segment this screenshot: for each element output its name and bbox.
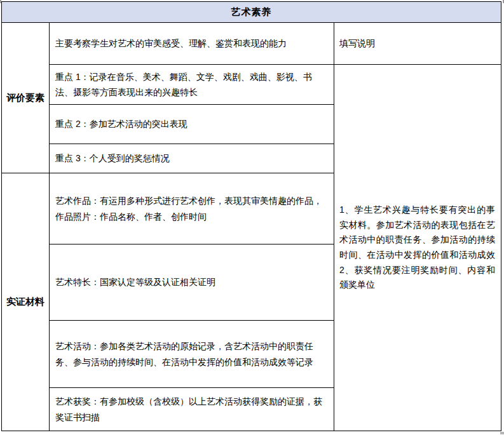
section-label-evaluation-elements: 评价要素 (2, 23, 49, 173)
art-literacy-table: 艺术素养 评价要素 实证材料 主要考察学生对艺术的审美感受、理解、鉴赏和表现的能… (1, 1, 501, 431)
cell-focus-1: 重点 1：记录在音乐、美术、舞蹈、文学、戏剧、戏曲、影视、书法、摄影等方面表现出… (50, 65, 334, 105)
cell-art-awards: 艺术获奖：有参加校级（含校级）以上艺术活动获得奖励的证据，获奖证书扫描 (50, 388, 334, 431)
column-notes: 填写说明 1、学生艺术兴趣与特长要有突出的事实材料。参加艺术活动的表现包括在艺术… (334, 23, 501, 431)
column-section-labels: 评价要素 实证材料 (2, 23, 50, 431)
page: 艺术素养 评价要素 实证材料 主要考察学生对艺术的审美感受、理解、鉴赏和表现的能… (0, 0, 504, 435)
table-corner-handle-top-left (0, 0, 1, 3)
cell-art-specialty: 艺术特长：国家认定等级及认证相关证明 (50, 244, 334, 321)
table-corner-handle-bottom-right (500, 432, 504, 434)
cell-focus-3: 重点 3：个人受到的奖惩情况 (50, 144, 334, 173)
notes-header: 填写说明 (334, 23, 501, 65)
cell-art-works: 艺术作品：有运用多种形式进行艺术创作，表现其审美情趣的作品，作品照片：作品名称、… (50, 173, 334, 244)
cell-focus-2: 重点 2：参加艺术活动的突出表现 (50, 105, 334, 144)
table-title: 艺术素养 (2, 2, 501, 23)
table-body: 评价要素 实证材料 主要考察学生对艺术的审美感受、理解、鉴赏和表现的能力 重点 … (2, 23, 501, 431)
section-label-evidence-materials: 实证材料 (2, 173, 49, 431)
cell-art-activities: 艺术活动：参加各类艺术活动的原始记录，含艺术活动中的职责任务、参与活动的持续时间… (50, 321, 334, 388)
notes-text: 1、学生艺术兴趣与特长要有突出的事实材料。参加艺术活动的表现包括在艺术活动中的职… (334, 65, 501, 431)
cell-overview: 主要考察学生对艺术的审美感受、理解、鉴赏和表现的能力 (50, 23, 334, 65)
column-descriptions: 主要考察学生对艺术的审美感受、理解、鉴赏和表现的能力 重点 1：记录在音乐、美术… (50, 23, 334, 431)
